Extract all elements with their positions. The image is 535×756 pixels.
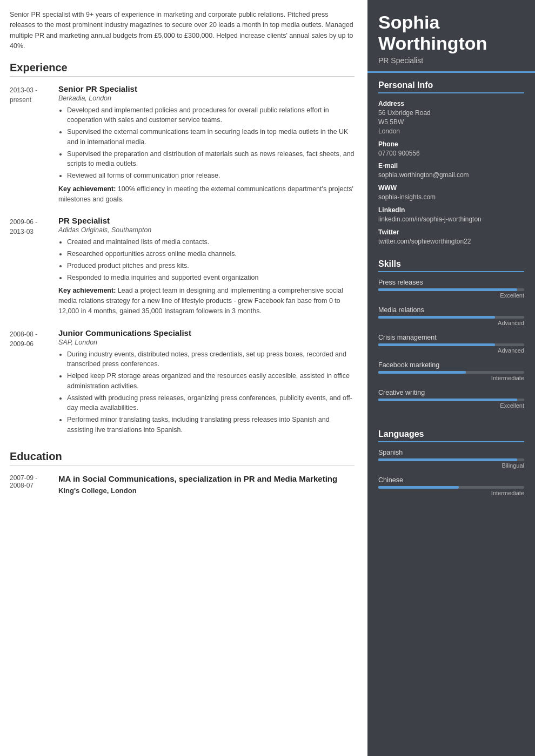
experience-section-title: Experience [10,62,355,77]
www-value: sophia-insights.com [378,193,524,202]
email-label: E-mail [378,162,524,170]
exp-job-title: Junior Communications Specialist [58,328,355,338]
skill-bar-fill [378,343,495,346]
skill-level: Intermediate [378,375,524,381]
personal-info-title: Personal Info [378,80,524,93]
email-value: sophia.worthington@gmail.com [378,171,524,180]
skill-name: Facebook marketing [378,361,524,369]
exp-bullets: Created and maintained lists of media co… [58,237,355,282]
name-block: SophiaWorthington PR Specialist [367,0,535,73]
edu-school: King's College, London [58,487,355,495]
skill-bar-bg [378,399,524,401]
edu-dates: 2007-09 - 2008-07 [10,473,58,495]
summary-text: Senior PR specialist with 9+ years of ex… [10,10,355,52]
skill-item: Press releasesExcellent [378,279,524,299]
exp-achievement: Key achievement: 100% efficiency in meet… [58,184,355,205]
language-name: Chinese [378,476,524,484]
exp-dates: 2009-06 - 2013-03 [10,216,58,316]
language-item: ChineseIntermediate [378,476,524,496]
language-bar-bg [378,458,524,461]
skills-title: Skills [378,259,524,272]
exp-content: Senior PR SpecialistBerkadia, LondonDeve… [58,84,355,205]
skill-bar-bg [378,288,524,291]
skill-item: Media relationsAdvanced [378,306,524,326]
skill-name: Media relations [378,306,524,314]
exp-company: Adidas Originals, Southampton [58,226,355,234]
skill-name: Creative writing [378,389,524,396]
skill-bar-bg [378,316,524,319]
exp-bullet-item: Reviewed all forms of communication prio… [67,171,355,181]
experience-item: 2013-03 - presentSenior PR SpecialistBer… [10,84,355,205]
candidate-title: PR Specialist [378,56,524,65]
education-item: 2007-09 - 2008-07MA in Social Communicat… [10,473,355,495]
experience-item: 2009-06 - 2013-03PR SpecialistAdidas Ori… [10,216,355,316]
edu-degree: MA in Social Communications, specializat… [58,473,355,484]
languages-section: Languages SpanishBilingualChineseInterme… [367,422,535,509]
edu-content: MA in Social Communications, specializat… [58,473,355,495]
twitter-label: Twitter [378,228,524,236]
skill-item: Creative writingExcellent [378,389,524,409]
www-label: WWW [378,184,524,192]
exp-bullet-item: Supervised the preparation and distribut… [67,149,355,170]
left-column: Senior PR specialist with 9+ years of ex… [0,0,367,756]
skill-level: Excellent [378,292,524,299]
exp-bullet-item: Developed and implemented policies and p… [67,105,355,126]
skills-container: Press releasesExcellentMedia relationsAd… [378,279,524,409]
linkedin-value: linkedin.com/in/sophia-j-worthington [378,215,524,224]
phone-value: 07700 900556 [378,149,524,158]
skills-section: Skills Press releasesExcellentMedia rela… [367,252,535,422]
exp-bullet-item: Assisted with producing press releases, … [67,393,355,414]
language-level: Bilingual [378,462,524,469]
skill-item: Facebook marketingIntermediate [378,361,524,381]
skill-name: Press releases [378,279,524,286]
exp-dates: 2013-03 - present [10,84,58,205]
exp-bullet-item: Supervised the external communications t… [67,127,355,147]
address-label: Address [378,100,524,107]
twitter-value: twitter.com/sophieworthington22 [378,237,524,246]
skill-item: Crisis managementAdvanced [378,334,524,354]
language-name: Spanish [378,449,524,456]
skill-bar-bg [378,343,524,346]
education-section-title: Education [10,450,355,465]
exp-company: Berkadia, London [58,94,355,102]
language-bar-fill [378,458,517,461]
address-value: 56 Uxbridge RoadW5 5BWLondon [378,109,524,136]
skill-bar-fill [378,371,466,374]
exp-bullets: Developed and implemented policies and p… [58,105,355,181]
exp-job-title: Senior PR Specialist [58,84,355,93]
skill-bar-bg [378,371,524,374]
language-bar-bg [378,486,524,489]
language-level: Intermediate [378,490,524,496]
education-container: 2007-09 - 2008-07MA in Social Communicat… [10,473,355,495]
experience-container: 2013-03 - presentSenior PR SpecialistBer… [10,84,355,438]
right-column: SophiaWorthington PR Specialist Personal… [367,0,535,756]
skill-level: Excellent [378,402,524,409]
language-bar-fill [378,486,459,489]
experience-item: 2008-08 - 2009-06Junior Communications S… [10,328,355,438]
skill-level: Advanced [378,320,524,326]
skill-bar-fill [378,399,517,401]
skill-bar-fill [378,316,495,319]
exp-dates: 2008-08 - 2009-06 [10,328,58,438]
exp-achievement: Key achievement: Lead a project team in … [58,286,355,316]
skill-name: Crisis management [378,334,524,341]
exp-content: PR SpecialistAdidas Originals, Southampt… [58,216,355,316]
exp-company: SAP, London [58,339,355,346]
linkedin-label: LinkedIn [378,206,524,214]
phone-label: Phone [378,140,524,148]
personal-info-section: Personal Info Address 56 Uxbridge RoadW5… [367,73,535,251]
languages-title: Languages [378,429,524,442]
language-item: SpanishBilingual [378,449,524,469]
exp-bullet-item: During industry events, distributed note… [67,349,355,370]
languages-container: SpanishBilingualChineseIntermediate [378,449,524,496]
skill-bar-fill [378,288,517,291]
exp-bullet-item: Responded to media inquiries and support… [67,273,355,283]
candidate-name: SophiaWorthington [378,12,524,54]
exp-bullet-item: Researched opportunities across online m… [67,249,355,259]
exp-bullets: During industry events, distributed note… [58,349,355,435]
skill-level: Advanced [378,347,524,354]
exp-bullet-item: Created and maintained lists of media co… [67,237,355,247]
exp-content: Junior Communications SpecialistSAP, Lon… [58,328,355,438]
exp-job-title: PR Specialist [58,216,355,225]
exp-bullet-item: Helped keep PR storage areas organized a… [67,371,355,392]
